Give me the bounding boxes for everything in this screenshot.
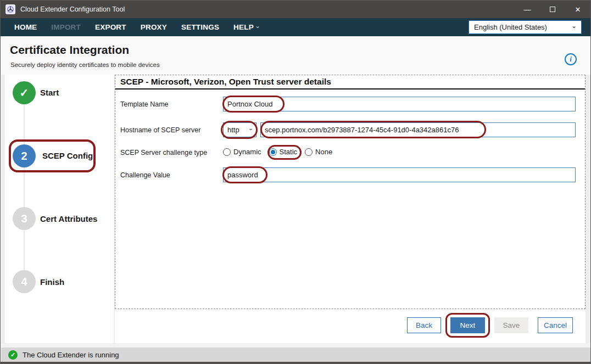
sidebar-item-finish[interactable]: Finish	[40, 277, 64, 287]
next-button[interactable]: Next	[450, 317, 485, 333]
menu-item-settings[interactable]: SETTINGS	[174, 23, 226, 31]
check-icon: ✓	[20, 86, 29, 99]
language-select-value: English (United States)	[474, 23, 547, 31]
radio-dynamic-label: Dynamic	[233, 148, 261, 156]
radio-icon	[305, 148, 313, 156]
challenge-value-label: Challenge Value	[120, 171, 170, 179]
challenge-value-input[interactable]	[223, 167, 576, 182]
sidebar-item-cert-attributes[interactable]: Cert Attributes	[40, 214, 97, 223]
radio-none-label: None	[315, 148, 332, 156]
radio-icon	[223, 148, 231, 156]
radio-selected-icon	[269, 148, 277, 156]
minimize-button[interactable]: —	[515, 1, 540, 18]
step-finish-circle[interactable]: 4	[13, 270, 36, 293]
radio-static-label: Static	[280, 148, 298, 156]
challenge-type-label: SCEP Server challenge type	[120, 149, 207, 156]
status-bar: ✓ The Cloud Extender is running	[1, 348, 591, 362]
chevron-down-icon: ⌄	[255, 22, 260, 30]
sidebar-item-start[interactable]: Start	[40, 88, 59, 97]
challenge-type-radio-group: Dynamic Static None	[223, 148, 340, 156]
heading-underline	[115, 88, 585, 89]
cancel-button[interactable]: Cancel	[538, 317, 573, 333]
back-button[interactable]: Back	[407, 317, 441, 333]
menu-item-help[interactable]: HELP	[226, 23, 255, 31]
menu-item-export[interactable]: EXPORT	[88, 23, 133, 31]
radio-none[interactable]: None	[305, 148, 332, 156]
left-margin	[1, 75, 5, 343]
status-text: The Cloud Extender is running	[23, 351, 119, 359]
template-name-input[interactable]	[223, 97, 576, 111]
app-logo-icon	[5, 4, 15, 14]
close-icon: ✕	[575, 5, 581, 14]
menu-item-proxy[interactable]: PROXY	[133, 23, 174, 31]
app-window: Cloud Extender Configuration Tool — ✕ HO…	[0, 0, 591, 364]
step-start-circle[interactable]: ✓	[13, 81, 36, 104]
window-bottom-edge	[1, 362, 591, 364]
page-title: Certificate Integration	[10, 43, 129, 57]
protocol-select-value: http	[227, 126, 239, 134]
chevron-down-icon: ⌄	[571, 22, 577, 30]
panel-heading: SCEP - Microsoft, Verizon, Open Trust se…	[120, 77, 331, 87]
bottom-margin	[1, 343, 591, 348]
page-header: Certificate Integration Securely deploy …	[1, 36, 591, 75]
info-icon[interactable]: i	[565, 53, 577, 65]
window-title: Cloud Extender Configuration Tool	[20, 5, 125, 13]
menu-item-import: IMPORT	[44, 23, 88, 31]
save-button: Save	[494, 317, 528, 333]
radio-dynamic[interactable]: Dynamic	[223, 148, 261, 156]
menu-item-home[interactable]: HOME	[7, 23, 44, 31]
step-number: 4	[21, 276, 27, 288]
language-select[interactable]: English (United States) ⌄	[469, 20, 582, 34]
sidebar-item-scep-config[interactable]: SCEP Config	[42, 151, 93, 160]
maximize-icon	[550, 7, 555, 12]
wizard-connector-line	[24, 93, 25, 282]
close-button[interactable]: ✕	[565, 1, 590, 18]
window-controls: — ✕	[515, 1, 590, 18]
status-check-icon: ✓	[8, 350, 18, 360]
chevron-down-icon: ⌄	[248, 125, 253, 132]
step-number: 3	[21, 212, 27, 225]
title-bar: Cloud Extender Configuration Tool — ✕	[1, 1, 590, 18]
minimize-icon: —	[524, 5, 531, 14]
hostname-input[interactable]	[260, 122, 576, 137]
template-name-label: Template Name	[120, 100, 169, 108]
menu-bar: HOME IMPORT EXPORT PROXY SETTINGS HELP ⌄…	[1, 18, 590, 36]
step-number: 2	[21, 150, 27, 163]
hostname-label: Hostname of SCEP server	[120, 126, 200, 134]
protocol-select[interactable]: http ⌄	[223, 122, 257, 137]
step-scep-config-circle[interactable]: 2	[13, 144, 36, 167]
step-cert-attributes-circle[interactable]: 3	[13, 207, 36, 230]
maximize-button[interactable]	[540, 1, 565, 18]
page-subtitle: Securely deploy identity certificates to…	[10, 61, 160, 68]
radio-static[interactable]: Static	[269, 148, 298, 156]
right-margin	[586, 75, 591, 343]
